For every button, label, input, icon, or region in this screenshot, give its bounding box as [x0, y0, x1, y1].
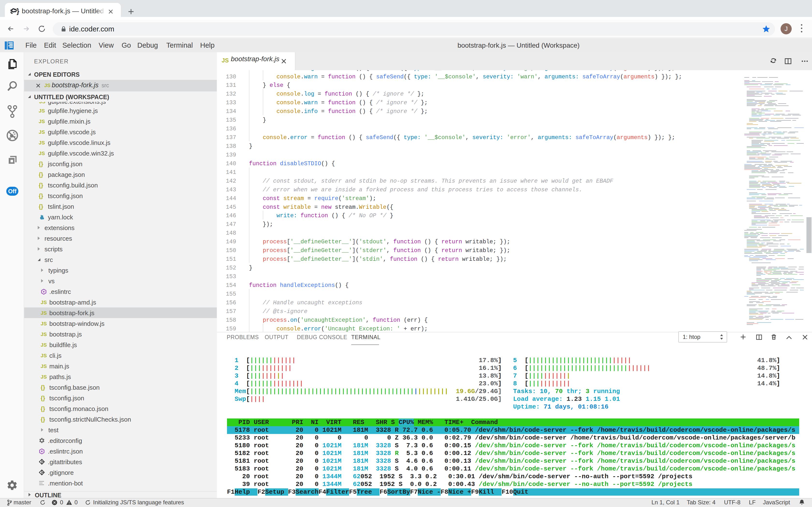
svg-text:}: } — [16, 7, 19, 15]
